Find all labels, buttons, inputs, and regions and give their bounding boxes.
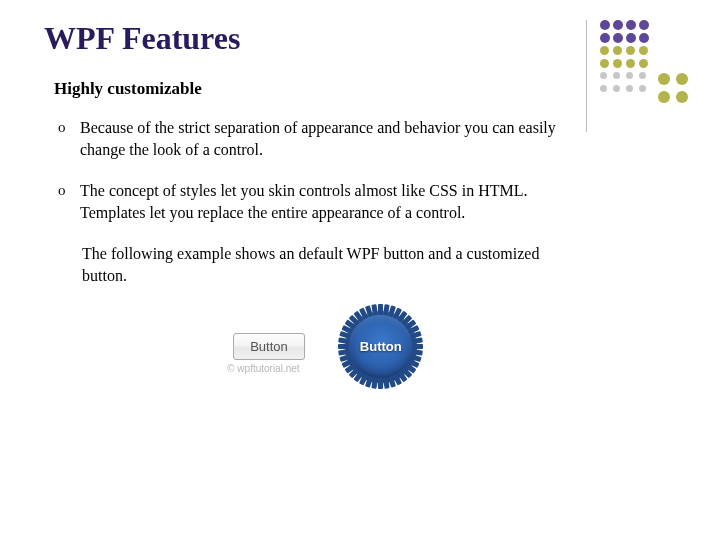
custom-wpf-button: Button: [345, 311, 417, 383]
default-wpf-button: Button: [233, 333, 305, 360]
button-example-row: Button © wpftutorial.net Button: [40, 311, 670, 383]
default-button-wrap: Button © wpftutorial.net: [233, 333, 305, 360]
decorative-dots-icon: [594, 18, 704, 138]
credit-text: © wpftutorial.net: [227, 363, 299, 374]
custom-button-label: Button: [360, 339, 402, 354]
page-title: WPF Features: [44, 20, 670, 57]
bullet-item: The concept of styles let you skin contr…: [56, 180, 560, 223]
subtitle: Highly customizable: [54, 79, 670, 99]
example-text: The following example shows an default W…: [82, 243, 670, 286]
bullet-item: Because of the strict separation of appe…: [56, 117, 560, 160]
badge-circle-icon: Button: [345, 311, 417, 383]
bullet-list: Because of the strict separation of appe…: [56, 117, 670, 223]
